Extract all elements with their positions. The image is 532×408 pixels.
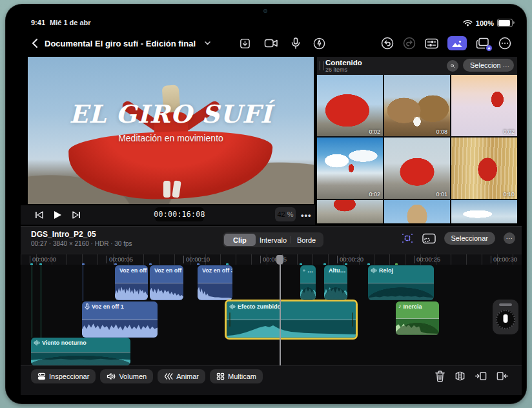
collapsed-clip-edge: [83, 265, 83, 301]
ipad-bezel: 9:41 Mié 1 de abr 100% Documental El gir…: [5, 4, 527, 404]
more-button[interactable]: [498, 37, 511, 50]
clip-thumbnail[interactable]: 0:01: [384, 138, 450, 199]
browser-more-button[interactable]: ···: [500, 60, 512, 72]
clip-thumbnail[interactable]: 0:10: [451, 138, 517, 199]
timeline-clip-voz2a[interactable]: Voz en off 2: [115, 265, 148, 300]
timeline-more-button[interactable]: ···: [504, 232, 515, 244]
skip-forward-icon: [72, 211, 81, 219]
playhead-line: [280, 255, 281, 365]
timeline-clip-small[interactable]: …: [300, 265, 316, 300]
skip-back-icon: [35, 211, 43, 219]
video-viewer[interactable]: EL GIRO SUFÍ Meditación en movimiento: [28, 57, 314, 204]
browser-item-count: 26 items: [325, 66, 347, 73]
insert-button[interactable]: [475, 370, 487, 382]
delete-button[interactable]: [435, 370, 445, 382]
connect-clip-icon: [401, 232, 414, 244]
edit-mode-segmented-control: Clip Intervalo Borde: [223, 232, 323, 247]
ruler-label: 00:00:20: [337, 256, 363, 263]
previous-frame-button[interactable]: [35, 211, 43, 219]
inspect-button[interactable]: Inspeccionar: [31, 369, 96, 383]
clip-thumbnail[interactable]: 0:02: [317, 75, 383, 136]
inspect-icon: [37, 372, 46, 380]
timeline-clip-efecto-zumbido[interactable]: Efecto zumbido: [227, 301, 356, 338]
viewer-title-overlay: EL GIRO SUFÍ: [28, 99, 314, 128]
clip-duration: 0:02: [503, 128, 515, 135]
clip-thumbnail[interactable]: 0:02: [451, 75, 517, 136]
date: Mié 1 de abr: [50, 19, 91, 26]
chevron-down-icon: [205, 41, 210, 45]
clip-duration: 0:10: [503, 191, 515, 198]
browser-title: Contenido: [325, 59, 362, 66]
mic-icon: [291, 37, 300, 50]
waveform-icon: [371, 267, 377, 274]
clip-duration: 0:01: [436, 191, 447, 198]
pencil-button[interactable]: [313, 37, 325, 50]
transport-bar: 00:00:16:08 42% •••: [21, 205, 315, 225]
clip-thumbnail[interactable]: [451, 200, 517, 223]
ruler-label: 00:00:00: [30, 256, 56, 263]
clip-thumbnail[interactable]: [317, 200, 383, 223]
keyframes-icon: [164, 372, 173, 380]
jog-wheel[interactable]: [493, 300, 518, 334]
undo-icon: [381, 37, 394, 50]
battery-percent: 100%: [476, 19, 494, 27]
mode-borde[interactable]: Borde: [291, 234, 322, 246]
ruler-label: 00:00:10: [183, 256, 210, 263]
record-audio-button[interactable]: [291, 37, 300, 50]
clip-thumbnail[interactable]: 0:08: [384, 75, 450, 136]
bottom-toolbar: Inspeccionar Volumen Animar Multicam: [21, 365, 522, 395]
timeline-clip-reloj[interactable]: Reloj: [368, 265, 434, 300]
camera-icon: [264, 38, 278, 48]
thumbnail-grid: 0:02 0:08 0:02 0:02 0:01 0:10: [317, 75, 517, 223]
inspector-button[interactable]: [425, 38, 438, 49]
stage: 9:41 Mié 1 de abr 100% Documental El gir…: [0, 0, 532, 408]
redo-button[interactable]: [403, 37, 416, 50]
timeline-ruler[interactable]: 00:00:00 00:00:05 00:00:10 00:00:15 00:0…: [21, 254, 522, 265]
overwrite-clip-icon: [496, 370, 509, 382]
mode-clip[interactable]: Clip: [224, 234, 256, 246]
connect-clip-button[interactable]: [401, 232, 414, 244]
search-button[interactable]: [447, 60, 458, 72]
overlay-button[interactable]: [422, 233, 436, 244]
back-button[interactable]: [31, 38, 38, 48]
next-frame-button[interactable]: [72, 211, 81, 219]
collapsed-clip-edge: [32, 265, 32, 338]
import-button[interactable]: [239, 37, 251, 50]
playhead-handle[interactable]: [276, 255, 283, 265]
panel-drag-handle[interactable]: [320, 61, 324, 70]
library-button[interactable]: ★: [476, 37, 489, 49]
timeline-clip-altu[interactable]: Altu…: [324, 265, 347, 300]
overwrite-button[interactable]: [496, 370, 509, 382]
multicam-grid-icon: [216, 372, 225, 380]
waveform-icon: [34, 340, 40, 346]
volume-button[interactable]: Volumen: [100, 369, 153, 383]
content-browser: Contenido 26 items Seleccionar ··· 0:02 …: [317, 57, 517, 223]
mode-intervalo[interactable]: Intervalo: [256, 234, 291, 246]
collapsed-clip-edge: [41, 265, 41, 338]
timeline-clip-viento-nocturno[interactable]: Viento nocturno: [31, 338, 130, 365]
clip-thumbnail[interactable]: 0:02: [317, 138, 383, 199]
clip-thumbnail[interactable]: [384, 200, 450, 223]
waveform-icon: [303, 267, 305, 274]
blade-split-icon: [454, 370, 466, 382]
zoom-level-button[interactable]: 42%: [275, 207, 296, 221]
timeline-clip-voz2b[interactable]: Voz en off 2: [150, 265, 183, 300]
picture-in-picture-icon: [422, 233, 436, 244]
multicam-button[interactable]: Multicam: [210, 369, 263, 383]
timeline-clip-info: 00:27 · 3840 × 2160 · HDR · 30 fps: [31, 240, 132, 247]
animate-button[interactable]: Animar: [158, 369, 205, 383]
search-icon: [451, 63, 455, 69]
undo-button[interactable]: [381, 37, 394, 50]
blade-button[interactable]: [454, 370, 466, 382]
timeline-clip-inercia[interactable]: ♪Inercia: [396, 301, 439, 335]
timeline-clip-voz1[interactable]: Voz en off 1: [82, 301, 158, 338]
timeline-tracks[interactable]: Voz en off 2 Voz en off 2 Voz en off 3 ……: [21, 265, 522, 365]
timeline-select-button[interactable]: Seleccionar: [444, 232, 495, 245]
media-browser-button[interactable]: [447, 36, 467, 50]
viewer-more-button[interactable]: •••: [301, 210, 312, 220]
timecode-display[interactable]: 00:00:16:08: [155, 207, 204, 221]
record-video-button[interactable]: [264, 38, 278, 48]
timeline-clip-voz3[interactable]: Voz en off 3: [198, 265, 232, 300]
play-button[interactable]: [54, 210, 62, 219]
title-menu-button[interactable]: [202, 38, 212, 48]
